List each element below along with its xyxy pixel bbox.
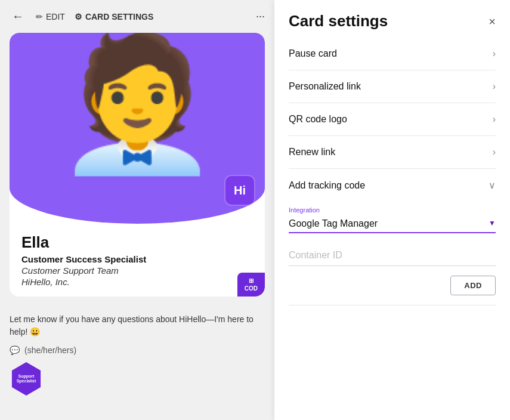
back-button[interactable]: ←	[10, 7, 26, 26]
pronouns-icon: 💬	[10, 345, 20, 355]
qr-label: COD	[245, 285, 258, 292]
container-id-field	[289, 245, 496, 266]
card-info: Ella Customer Success Specialist Custome…	[10, 224, 265, 297]
add-button-row: ADD	[289, 276, 496, 295]
tracking-header[interactable]: Add tracking code ∨	[289, 169, 496, 202]
settings-item-renew[interactable]: Renew link ›	[289, 136, 496, 169]
right-panel: Card settings × Pause card › Personalize…	[274, 0, 510, 420]
person-name: Ella	[21, 233, 253, 252]
chevron-right-icon-3: ›	[493, 114, 496, 125]
panel-header: Card settings ×	[274, 0, 510, 38]
badge-label: SupportSpecialist	[10, 362, 43, 396]
qr-icon: ⊞	[249, 277, 254, 284]
pronouns-row: 💬 (she/her/hers)	[10, 345, 265, 355]
tracking-code-label: Add tracking code	[289, 180, 365, 191]
more-button[interactable]: ···	[256, 10, 265, 23]
chevron-down-icon: ∨	[489, 180, 496, 191]
add-button[interactable]: ADD	[450, 276, 496, 295]
settings-item-qr[interactable]: QR code logo ›	[289, 103, 496, 136]
tracking-expanded-content: Integration Google Tag Manager ▼ ADD	[289, 202, 496, 305]
profile-content: Let me know if you have any questions ab…	[0, 306, 274, 403]
panel-title: Card settings	[289, 12, 388, 30]
settings-item-personalized[interactable]: Personalized link ›	[289, 70, 496, 103]
settings-item-pause[interactable]: Pause card ›	[289, 38, 496, 70]
settings-icon: ⚙	[75, 12, 82, 21]
job-title: Customer Success Specialist	[21, 254, 253, 264]
edit-label: EDIT	[46, 12, 65, 21]
pause-card-label: Pause card	[289, 48, 337, 59]
pronouns-text: (she/her/hers)	[24, 345, 76, 355]
integration-label: Integration	[289, 206, 496, 214]
settings-list: Pause card › Personalized link › QR code…	[274, 38, 510, 420]
hi-badge: Hi	[224, 175, 255, 206]
close-button[interactable]: ×	[489, 16, 496, 27]
card-background: 🧑‍💼 Hi	[10, 33, 265, 224]
container-id-input[interactable]	[289, 245, 496, 266]
card-settings-label: CARD SETTINGS	[85, 12, 153, 21]
team-name: Customer Support Team	[21, 265, 253, 276]
chevron-right-icon-2: ›	[493, 81, 496, 92]
chevron-right-icon-4: ›	[493, 147, 496, 158]
top-bar: ← ✏ EDIT ⚙ CARD SETTINGS ···	[0, 0, 274, 33]
left-panel: ← ✏ EDIT ⚙ CARD SETTINGS ··· 🧑‍💼 Hi Ella…	[0, 0, 274, 420]
company-name: HiHello, Inc.	[21, 277, 253, 287]
renew-link-label: Renew link	[289, 147, 335, 158]
personalized-link-label: Personalized link	[289, 81, 361, 92]
edit-icon: ✏	[36, 12, 43, 21]
integration-select[interactable]: Google Tag Manager	[289, 215, 496, 233]
support-badge: SupportSpecialist	[10, 362, 265, 396]
integration-field: Integration Google Tag Manager ▼	[289, 206, 496, 233]
card-settings-button[interactable]: ⚙ CARD SETTINGS	[75, 12, 153, 21]
qr-code-logo-label: QR code logo	[289, 114, 347, 125]
chevron-right-icon: ›	[493, 48, 496, 59]
settings-item-tracking: Add tracking code ∨ Integration Google T…	[289, 169, 496, 305]
bio-text: Let me know if you have any questions ab…	[10, 313, 265, 338]
profile-card: 🧑‍💼 Hi Ella Customer Success Specialist …	[10, 33, 265, 297]
qr-code-button[interactable]: ⊞ COD	[237, 273, 265, 297]
edit-button[interactable]: ✏ EDIT	[36, 12, 65, 21]
